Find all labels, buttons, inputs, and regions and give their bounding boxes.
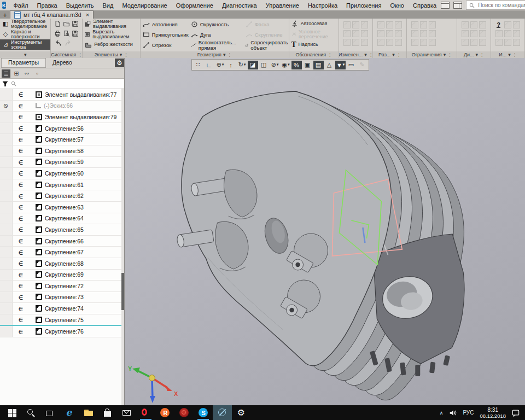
mode-sketch-tools[interactable]: ⊿Инструменты эскиза <box>0 39 50 50</box>
tree-search-input[interactable] <box>19 80 122 88</box>
open-document-icon[interactable] <box>63 20 69 27</box>
segment-button[interactable]: Отрезок <box>142 40 190 50</box>
save-icon[interactable] <box>72 20 78 27</box>
tree-row[interactable]: Скругление:63 <box>0 202 124 213</box>
menu-item[interactable]: Оформление <box>172 2 218 9</box>
filter-funnel-icon[interactable] <box>2 80 9 88</box>
chevron-down-icon[interactable]: ▾ <box>508 52 511 57</box>
red-app-icon[interactable] <box>174 405 194 420</box>
mode-solid-modeling[interactable]: ◧Твердотельное моделирование <box>0 19 50 29</box>
conditional-intersection-button[interactable]: Условное пересечение <box>289 29 339 39</box>
tree-row[interactable]: Скругление:65 <box>0 224 124 236</box>
new-document-icon[interactable] <box>55 20 61 27</box>
chevron-down-icon[interactable]: ▾ <box>392 52 395 57</box>
scrollbar-thumb[interactable] <box>121 273 124 310</box>
hide-objects-button[interactable]: ⊘ ▾ <box>270 61 280 69</box>
menu-item[interactable]: Управление <box>261 2 304 9</box>
menu-item[interactable]: Правка <box>33 2 62 9</box>
mail-icon[interactable] <box>117 405 136 420</box>
tree-section-button[interactable]: ▫ <box>33 69 42 78</box>
rectangle-button[interactable]: Прямоугольник <box>142 30 190 40</box>
extrude-button[interactable]: Элемент выдавливания <box>83 19 139 29</box>
tree-row[interactable]: Скругление:72 <box>0 281 124 292</box>
store-icon[interactable] <box>98 405 117 420</box>
chamfer-button[interactable]: Фаска <box>244 19 289 30</box>
tree-row[interactable]: Скругление:59 <box>0 157 124 168</box>
menu-item[interactable]: Файл <box>9 2 33 9</box>
fillet-button[interactable]: Скругление <box>244 30 289 40</box>
tree-row[interactable]: Элемент выдавливания:79 <box>0 112 124 123</box>
circle-button[interactable]: Окружность <box>190 19 244 30</box>
menu-item[interactable]: Выделить <box>62 2 98 9</box>
rotate-button[interactable]: ↻ ▾ <box>237 61 247 69</box>
explorer-icon[interactable] <box>79 405 98 420</box>
rib-button[interactable]: Ребро жесткости <box>83 39 139 50</box>
tree-row[interactable]: Скругление:67 <box>0 247 124 258</box>
orientation-button[interactable]: ↑ <box>226 61 236 69</box>
tray-chevron-icon[interactable]: ∧ <box>440 410 444 416</box>
redo-icon[interactable] <box>65 40 72 47</box>
toolbar-grip[interactable]: ∷ <box>193 61 203 69</box>
tree-row[interactable]: Скругление:66 <box>0 236 124 247</box>
section-view-button[interactable]: ◉ ▾ <box>281 61 291 69</box>
chevron-down-icon[interactable]: ▾ <box>364 52 367 57</box>
tree-row[interactable]: Скругление:62 <box>0 190 124 202</box>
search-button[interactable] <box>21 405 40 420</box>
autoline-button[interactable]: Автолиния <box>142 19 190 30</box>
edge-icon[interactable] <box>60 405 79 420</box>
notification-icon[interactable] <box>512 409 520 417</box>
command-search[interactable] <box>466 1 525 10</box>
clock[interactable]: 8:31 08.12.2018 <box>480 407 506 419</box>
tree-relations-button[interactable]: ∾ <box>22 69 31 78</box>
menu-item[interactable]: Вид <box>98 2 118 9</box>
tree-row[interactable]: Скругление:68 <box>0 258 124 270</box>
tab-close-icon[interactable]: × <box>86 11 89 18</box>
preview-icon[interactable] <box>63 30 69 37</box>
tab-tree[interactable]: Дерево <box>46 59 79 67</box>
layout-window-icon[interactable] <box>441 2 450 9</box>
menu-item[interactable]: Приложения <box>342 2 386 9</box>
speaker-icon[interactable] <box>449 409 457 417</box>
chevron-down-icon[interactable]: ▾ <box>444 52 446 57</box>
text-label-button[interactable]: TНадпись <box>289 39 339 50</box>
tree-row[interactable]: Скругление:75 <box>0 314 124 326</box>
task-view-button[interactable] <box>40 405 60 420</box>
undo-icon[interactable] <box>55 40 62 47</box>
filter-button[interactable]: ▼ ▾ <box>335 61 346 69</box>
workplane-button[interactable]: ▣ <box>302 61 313 69</box>
snap-button[interactable]: % <box>291 61 302 69</box>
menu-item[interactable]: Диагностика <box>218 2 261 9</box>
opera-icon[interactable] <box>136 405 155 420</box>
cylinder-head-model[interactable]: Y X Z <box>125 58 525 405</box>
tree-flat-button[interactable]: ⊞ <box>12 69 21 78</box>
zoom-button[interactable]: ⊕ ▾ <box>215 61 225 69</box>
project-object-button[interactable]: Спроецировать объект <box>244 40 289 50</box>
tree-row[interactable]: Скругление:76 <box>0 326 124 337</box>
tree-row[interactable]: (-)Эскиз:66 <box>0 101 124 112</box>
shaded-view-button[interactable]: ◪ <box>248 61 258 69</box>
language-indicator[interactable]: РУС <box>463 410 474 416</box>
tree-row[interactable]: Скругление:64 <box>0 213 124 225</box>
viewport-3d[interactable]: ∷ ∟ ⊕ ▾ ↑ ↻ ▾ ◪ ◫ ⊘ ▾ ◉ ▾ % ▣ <box>125 58 525 405</box>
print-icon[interactable] <box>55 30 61 37</box>
aux-line-button[interactable]: Вспомогатель... прямая <box>190 40 244 50</box>
new-tab-button[interactable]: + <box>0 11 10 19</box>
auto-axis-button[interactable]: Автоосевая <box>289 19 339 29</box>
wireframe-view-button[interactable]: ◫ <box>259 61 269 69</box>
orientation-triad[interactable]: Y X Z <box>128 365 178 405</box>
menu-item[interactable]: Окно <box>386 2 409 9</box>
tree-structure-button[interactable]: ≣ <box>2 69 10 78</box>
tree-row[interactable]: Скругление:61 <box>0 179 124 191</box>
tree-row[interactable]: Скругление:56 <box>0 123 124 135</box>
tree-row[interactable]: Элемент выдавливания:77 <box>0 89 124 101</box>
chevron-down-icon[interactable]: ▾ <box>476 52 479 57</box>
menu-item[interactable]: Моделирование <box>118 2 171 9</box>
pick-button[interactable]: ✎ <box>357 61 368 69</box>
r-app-icon[interactable] <box>155 405 174 420</box>
cut-extrude-button[interactable]: Вырезать выдавливанием <box>83 29 139 39</box>
tree-row[interactable]: Скругление:74 <box>0 303 124 314</box>
menu-item[interactable]: Справка <box>409 2 441 9</box>
tree-row[interactable]: Скругление:73 <box>0 292 124 304</box>
tree-row[interactable]: Скругление:58 <box>0 145 124 157</box>
document-tab[interactable]: мт гбц 4 клапана.m3d × <box>10 10 94 19</box>
